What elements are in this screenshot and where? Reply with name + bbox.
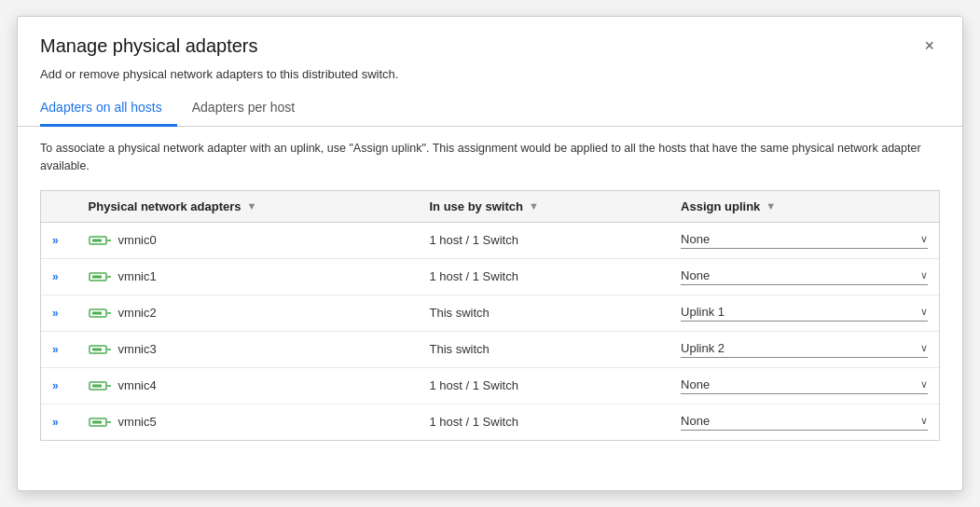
expand-cell: » <box>41 331 77 367</box>
table-row: » vmnic01 host / 1 SwitchNoneUplink 1Upl… <box>41 222 939 258</box>
adapter-cell: vmnic3 <box>77 331 419 367</box>
expand-cell: » <box>41 367 77 404</box>
uplink-select-wrapper: NoneUplink 1Uplink 2Uplink 3Uplink 4∨ <box>681 268 928 285</box>
nic-icon <box>89 269 111 284</box>
chevron-down-icon: ∨ <box>920 233 928 245</box>
uplink-select[interactable]: NoneUplink 1Uplink 2Uplink 3Uplink 4 <box>681 305 920 319</box>
uplink-cell: NoneUplink 1Uplink 2Uplink 3Uplink 4∨ <box>669 222 939 258</box>
table-row: » vmnic3This switchNoneUplink 1Uplink 2U… <box>41 331 939 367</box>
adapter-cell: vmnic5 <box>77 404 419 440</box>
adapter-filter-icon[interactable]: ▼ <box>247 200 257 212</box>
dialog-header: Manage physical adapters × <box>18 17 962 67</box>
adapters-table-container: Physical network adapters ▼ In use by sw… <box>40 190 940 441</box>
tab-per-host[interactable]: Adapters per host <box>192 92 311 127</box>
expand-cell: » <box>41 404 77 440</box>
chevron-down-icon: ∨ <box>920 306 928 318</box>
expand-cell: » <box>41 258 77 295</box>
info-text: To associate a physical network adapter … <box>18 127 962 185</box>
uplink-select-wrapper: NoneUplink 1Uplink 2Uplink 3Uplink 4∨ <box>681 305 928 322</box>
adapter-name: vmnic5 <box>118 415 157 429</box>
chevron-down-icon: ∨ <box>920 342 928 354</box>
svg-rect-17 <box>92 384 102 387</box>
uplink-cell: NoneUplink 1Uplink 2Uplink 3Uplink 4∨ <box>669 404 939 440</box>
adapter-cell: vmnic2 <box>77 295 419 331</box>
col-expand-header <box>41 191 77 223</box>
uplink-select-wrapper: NoneUplink 1Uplink 2Uplink 3Uplink 4∨ <box>681 341 928 358</box>
svg-rect-9 <box>92 311 102 314</box>
uplink-cell: NoneUplink 1Uplink 2Uplink 3Uplink 4∨ <box>669 258 939 295</box>
expand-button[interactable]: » <box>52 270 59 283</box>
uplink-cell: NoneUplink 1Uplink 2Uplink 3Uplink 4∨ <box>669 367 939 404</box>
table-row: » vmnic41 host / 1 SwitchNoneUplink 1Upl… <box>41 367 939 404</box>
adapter-cell: vmnic1 <box>77 258 419 295</box>
manage-physical-adapters-dialog: Manage physical adapters × Add or remove… <box>17 16 963 491</box>
svg-rect-1 <box>92 239 102 241</box>
col-inuse-header: In use by switch ▼ <box>418 191 669 223</box>
inuse-cell: 1 host / 1 Switch <box>418 367 669 404</box>
nic-icon <box>89 342 111 357</box>
nic-icon <box>89 233 111 248</box>
nic-icon <box>89 415 111 430</box>
expand-button[interactable]: » <box>52 234 59 247</box>
adapter-name: vmnic0 <box>118 233 157 247</box>
uplink-select[interactable]: NoneUplink 1Uplink 2Uplink 3Uplink 4 <box>681 232 920 246</box>
inuse-cell: 1 host / 1 Switch <box>418 258 669 295</box>
inuse-cell: 1 host / 1 Switch <box>418 404 669 440</box>
uplink-select-wrapper: NoneUplink 1Uplink 2Uplink 3Uplink 4∨ <box>681 232 928 249</box>
dialog-title: Manage physical adapters <box>40 35 257 57</box>
expand-cell: » <box>41 295 77 331</box>
adapter-name: vmnic4 <box>118 378 157 392</box>
table-header-row: Physical network adapters ▼ In use by sw… <box>41 191 939 223</box>
svg-point-7 <box>109 276 111 278</box>
adapter-name: vmnic2 <box>118 306 157 320</box>
uplink-select[interactable]: NoneUplink 1Uplink 2Uplink 3Uplink 4 <box>681 414 920 428</box>
uplink-select[interactable]: NoneUplink 1Uplink 2Uplink 3Uplink 4 <box>681 377 920 391</box>
dialog-subtitle: Add or remove physical network adapters … <box>18 67 962 92</box>
svg-rect-5 <box>92 275 102 278</box>
uplink-filter-icon[interactable]: ▼ <box>766 200 776 212</box>
adapter-cell: vmnic4 <box>77 367 419 404</box>
chevron-down-icon: ∨ <box>920 415 928 427</box>
svg-rect-21 <box>92 420 102 423</box>
svg-point-11 <box>109 312 111 314</box>
inuse-filter-icon[interactable]: ▼ <box>529 200 539 212</box>
uplink-cell: NoneUplink 1Uplink 2Uplink 3Uplink 4∨ <box>669 331 939 367</box>
svg-point-15 <box>109 349 111 350</box>
uplink-select-wrapper: NoneUplink 1Uplink 2Uplink 3Uplink 4∨ <box>681 414 928 431</box>
expand-button[interactable]: » <box>52 343 59 356</box>
svg-point-3 <box>109 240 111 241</box>
nic-icon <box>89 378 111 393</box>
close-button[interactable]: × <box>918 34 940 58</box>
uplink-select[interactable]: NoneUplink 1Uplink 2Uplink 3Uplink 4 <box>681 268 920 282</box>
expand-button[interactable]: » <box>52 307 59 320</box>
table-row: » vmnic51 host / 1 SwitchNoneUplink 1Upl… <box>41 404 939 440</box>
adapter-name: vmnic3 <box>118 342 157 356</box>
adapter-name: vmnic1 <box>118 269 157 283</box>
adapter-cell: vmnic0 <box>77 222 419 258</box>
uplink-select-wrapper: NoneUplink 1Uplink 2Uplink 3Uplink 4∨ <box>681 377 928 394</box>
table-row: » vmnic2This switchNoneUplink 1Uplink 2U… <box>41 295 939 331</box>
inuse-cell: This switch <box>418 331 669 367</box>
svg-rect-13 <box>92 348 102 350</box>
svg-point-19 <box>109 385 111 387</box>
tab-all-hosts[interactable]: Adapters on all hosts <box>40 92 177 127</box>
col-adapter-header: Physical network adapters ▼ <box>77 191 419 223</box>
col-uplink-header: Assign uplink ▼ <box>669 191 939 223</box>
expand-cell: » <box>41 222 77 258</box>
chevron-down-icon: ∨ <box>920 378 928 391</box>
expand-button[interactable]: » <box>52 379 59 392</box>
svg-point-23 <box>109 421 111 423</box>
inuse-cell: 1 host / 1 Switch <box>418 222 669 258</box>
nic-icon <box>89 306 111 321</box>
uplink-cell: NoneUplink 1Uplink 2Uplink 3Uplink 4∨ <box>669 295 939 331</box>
chevron-down-icon: ∨ <box>920 269 928 281</box>
tabs-container: Adapters on all hosts Adapters per host <box>18 92 962 127</box>
uplink-select[interactable]: NoneUplink 1Uplink 2Uplink 3Uplink 4 <box>681 341 920 355</box>
expand-button[interactable]: » <box>52 416 59 429</box>
table-row: » vmnic11 host / 1 SwitchNoneUplink 1Upl… <box>41 258 939 295</box>
inuse-cell: This switch <box>418 295 669 331</box>
adapters-table: Physical network adapters ▼ In use by sw… <box>41 191 939 440</box>
